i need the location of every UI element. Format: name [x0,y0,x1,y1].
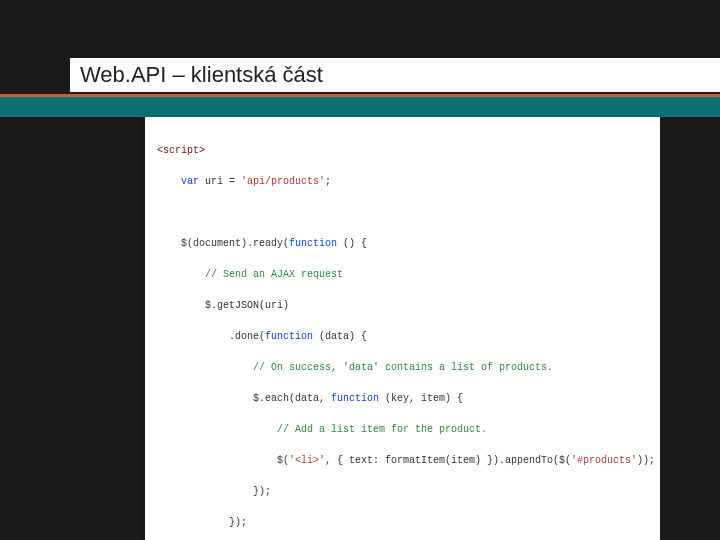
code-panel: <script> var uri = 'api/products'; $(doc… [145,117,660,540]
code-token: ; [325,176,331,187]
code-token: '#products' [571,455,637,466]
code-token: () { [337,238,367,249]
code-token: )); [637,455,655,466]
code-token: $.each(data, [253,393,331,404]
code-token: (data) { [313,331,367,342]
code-token: 'api/products' [241,176,325,187]
page-title: Web.API – klientská část [80,62,323,88]
code-token: // On success, 'data' contains a list of… [253,362,553,373]
code-token: // Add a list item for the product. [277,424,487,435]
code-token: function [289,238,337,249]
slide: Web.API – klientská část <script> var ur… [0,0,720,540]
code-token: // Send an AJAX request [205,269,343,280]
code-token: function [331,393,379,404]
code-token: function [265,331,313,342]
code-token: }); [229,517,247,528]
code-token: <script> [157,145,205,156]
code-token: $(document).ready( [181,238,289,249]
code-token: $( [277,455,289,466]
code-token: '<li>' [289,455,325,466]
divider-teal [0,97,720,117]
title-strip: Web.API – klientská část [70,58,720,92]
code-block: <script> var uri = 'api/products'; $(doc… [145,117,660,540]
code-token: }); [253,486,271,497]
code-token: .done( [229,331,265,342]
code-token: , { text: formatItem(item) }).appendTo($… [325,455,571,466]
code-token: var [181,176,199,187]
code-token: $.getJSON(uri) [205,300,289,311]
code-token: uri = [199,176,241,187]
code-token: (key, item) { [379,393,463,404]
